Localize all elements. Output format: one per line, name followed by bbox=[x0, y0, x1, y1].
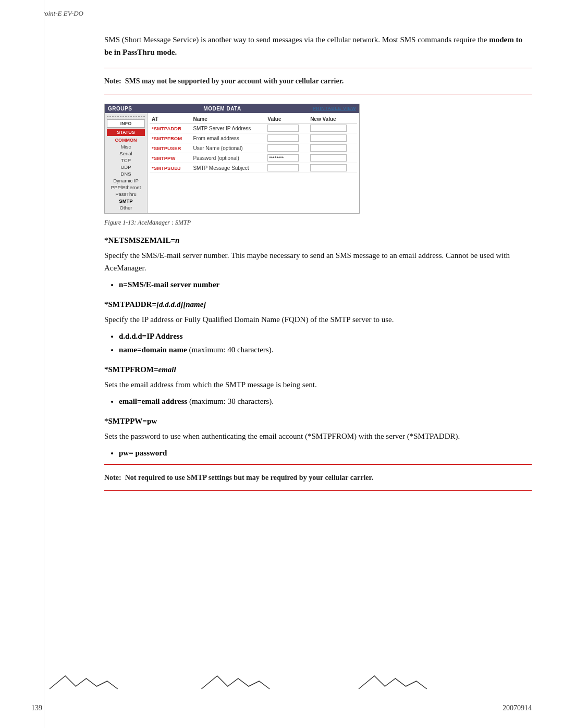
sidebar-item-tcp[interactable]: TCP bbox=[105, 157, 147, 164]
bullet-list-netsms2email: n=SMS/E-mail server number bbox=[119, 278, 532, 291]
table-row: *SMTPUSER User Name (optional) bbox=[150, 143, 357, 153]
at-smtpsubj: *SMTPSUBJ bbox=[150, 163, 191, 173]
name-smtpsubj: SMTP Message Subject bbox=[191, 163, 265, 173]
at-smtpuser: *SMTPUSER bbox=[150, 143, 191, 153]
newval-input-smtppw[interactable] bbox=[310, 154, 347, 162]
note-text-1: SMS may not be supported by your account… bbox=[125, 77, 344, 85]
list-item: n=SMS/E-mail server number bbox=[119, 278, 532, 291]
divider-1 bbox=[104, 68, 532, 68]
note-box-2: Note: Not required to use SMTP settings … bbox=[104, 472, 532, 483]
cmd-heading-smtpfrom: *SMTPFROM=email bbox=[104, 365, 532, 374]
value-input-smtpsubj[interactable] bbox=[267, 164, 299, 171]
col-at: AT bbox=[150, 115, 191, 124]
acemanager-topbar: GROUPS MODEM DATA PRINTABLE VIEW bbox=[105, 104, 359, 113]
name-smtppw: Password (optional) bbox=[191, 153, 265, 163]
note-label-2: Note: bbox=[104, 474, 125, 482]
value-smtpaddr bbox=[265, 124, 308, 133]
divider-3 bbox=[104, 464, 532, 465]
note-label-1: Note: bbox=[104, 77, 125, 85]
value-input-smtppw[interactable] bbox=[267, 154, 299, 162]
name-smtpaddr: SMTP Server IP Address bbox=[191, 124, 265, 133]
cmd-heading-netsms2email: *NETSMS2EMAIL=n bbox=[104, 236, 532, 245]
value-smtpsubj bbox=[265, 163, 308, 173]
printable-view-link[interactable]: PRINTABLE VIEW bbox=[313, 106, 356, 112]
acemanager-container: GROUPS MODEM DATA PRINTABLE VIEW INFO ST… bbox=[104, 104, 360, 214]
modem-data-table: AT Name Value New Value *SMTPADDR SMTP S… bbox=[150, 115, 357, 173]
acemanager-body: INFO STATUS COMMON Misc Serial TCP UDP D… bbox=[105, 113, 359, 213]
list-item: pw= password bbox=[119, 447, 532, 459]
sidebar-item-info[interactable]: INFO bbox=[107, 119, 145, 128]
main-content: SMS (Short Message Service) is another w… bbox=[0, 18, 563, 491]
col-name: Name bbox=[191, 115, 265, 124]
value-smtpfrom bbox=[265, 133, 308, 143]
at-smtpfrom: *SMTPFROM bbox=[150, 133, 191, 143]
acemanager-sidebar: INFO STATUS COMMON Misc Serial TCP UDP D… bbox=[105, 113, 148, 213]
sidebar-divider-1 bbox=[107, 116, 145, 117]
newval-input-smtpfrom[interactable] bbox=[310, 134, 347, 142]
sidebar-item-other[interactable]: Other bbox=[105, 204, 147, 211]
sidebar-item-passthru[interactable]: PassThru bbox=[105, 191, 147, 198]
list-item: email=email address (maximum: 30 charact… bbox=[119, 395, 532, 408]
sidebar-item-pppethernet[interactable]: PPP/Ethernet bbox=[105, 184, 147, 191]
divider-4 bbox=[104, 490, 532, 491]
name-smtpuser: User Name (optional) bbox=[191, 143, 265, 153]
sidebar-item-smtp[interactable]: SMTP bbox=[105, 198, 147, 204]
sidebar-item-udp[interactable]: UDP bbox=[105, 164, 147, 170]
col-value: Value bbox=[265, 115, 308, 124]
value-input-smtpfrom[interactable] bbox=[267, 134, 299, 142]
newval-smtpfrom bbox=[308, 133, 357, 143]
newval-smtppw bbox=[308, 153, 357, 163]
cmd-desc-smtppw: Sets the password to use when authentica… bbox=[104, 430, 532, 442]
sidebar-item-dynamicip[interactable]: Dynamic IP bbox=[105, 177, 147, 184]
newval-smtpsubj bbox=[308, 163, 357, 173]
sidebar-item-status[interactable]: STATUS bbox=[107, 129, 145, 136]
value-smtpuser bbox=[265, 143, 308, 153]
table-row: *SMTPPW Password (optional) bbox=[150, 153, 357, 163]
topbar-groups: GROUPS bbox=[108, 106, 132, 112]
value-input-smtpuser[interactable] bbox=[267, 144, 299, 152]
intro-paragraph: SMS (Short Message Service) is another w… bbox=[104, 33, 532, 58]
sidebar-item-serial[interactable]: Serial bbox=[105, 150, 147, 157]
newval-input-smtpsubj[interactable] bbox=[310, 164, 347, 171]
note-text-2: Not required to use SMTP settings but ma… bbox=[125, 474, 373, 482]
table-row: *SMTPFROM From email address bbox=[150, 133, 357, 143]
list-item: d.d.d.d=IP Address bbox=[119, 330, 532, 342]
left-margin bbox=[0, 0, 44, 728]
divider-2 bbox=[104, 94, 532, 94]
cmd-desc-netsms2email: Specify the SMS/E-mail server number. Th… bbox=[104, 249, 532, 274]
at-smtppw: *SMTPPW bbox=[150, 153, 191, 163]
topbar-modemdata: MODEM DATA bbox=[203, 106, 241, 112]
list-item: name=domain name (maximum: 40 characters… bbox=[119, 343, 532, 356]
cmd-desc-smtpaddr: Specify the IP address or Fully Qualifie… bbox=[104, 313, 532, 326]
bullet-list-smtppw: pw= password bbox=[119, 447, 532, 459]
table-row: *SMTPSUBJ SMTP Message Subject bbox=[150, 163, 357, 173]
table-row: *SMTPADDR SMTP Server IP Address bbox=[150, 124, 357, 133]
cmd-desc-smtpfrom: Sets the email address from which the SM… bbox=[104, 378, 532, 391]
name-smtpfrom: From email address bbox=[191, 133, 265, 143]
newval-smtpuser bbox=[308, 143, 357, 153]
at-smtpaddr: *SMTPADDR bbox=[150, 124, 191, 133]
acemanager-data-panel: AT Name Value New Value *SMTPADDR SMTP S… bbox=[148, 113, 359, 213]
value-input-smtpaddr[interactable] bbox=[267, 125, 299, 132]
note-box-1: Note: SMS may not be supported by your a… bbox=[104, 76, 532, 87]
page-number: 139 bbox=[31, 704, 42, 712]
bullet-list-smtpaddr: d.d.d.d=IP Address name=domain name (max… bbox=[119, 330, 532, 356]
newval-smtpaddr bbox=[308, 124, 357, 133]
bullet-list-smtpfrom: email=email address (maximum: 30 charact… bbox=[119, 395, 532, 408]
value-smtppw bbox=[265, 153, 308, 163]
col-newvalue: New Value bbox=[308, 115, 357, 124]
date-code: 20070914 bbox=[503, 704, 532, 712]
footer-waves bbox=[44, 671, 563, 694]
sidebar-divider-2 bbox=[107, 118, 145, 118]
sidebar-item-common[interactable]: COMMON bbox=[105, 137, 147, 143]
page-header: PinPoint-E EV-DO bbox=[0, 0, 563, 18]
cmd-heading-smtpaddr: *SMTPADDR=[d.d.d.d][name] bbox=[104, 300, 532, 309]
newval-input-smtpaddr[interactable] bbox=[310, 125, 347, 132]
cmd-heading-smtppw: *SMTPPW=pw bbox=[104, 417, 532, 426]
sidebar-item-misc[interactable]: Misc bbox=[105, 143, 147, 150]
newval-input-smtpuser[interactable] bbox=[310, 144, 347, 152]
page-footer: 139 20070914 bbox=[0, 704, 563, 712]
figure-caption: Figure 1-13: AceManager : SMTP bbox=[104, 219, 532, 227]
sidebar-item-dns[interactable]: DNS bbox=[105, 170, 147, 177]
